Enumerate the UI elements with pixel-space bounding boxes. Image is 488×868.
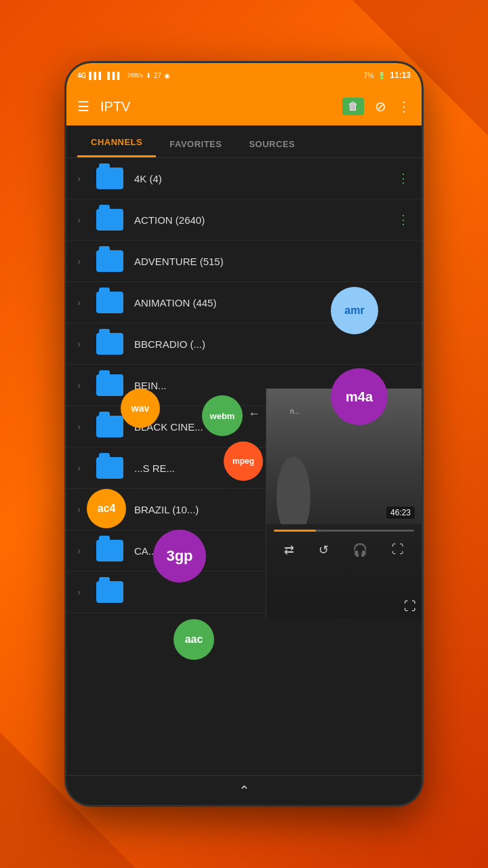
video-overlay-panel: 46:23 ⇄ ↺ 🎧 ⛶ ⛶ (266, 389, 422, 619)
chevron-icon: › (77, 297, 85, 308)
arrow-indicator: ← (248, 407, 260, 421)
badge-webm: webm (202, 395, 243, 436)
tab-bar: CHANNELS FAVORITES SOURCES (66, 125, 422, 158)
phone-container: 4G ▌▌▌ ▌▌▌ 26B/s ⬇ 27 ◉ 7% 🔋 11:13 ☰ IPT… (64, 61, 424, 807)
download-icon: ⬇ (146, 72, 151, 79)
badge-mpeg: mpeg (224, 441, 263, 481)
folder-icon (96, 416, 123, 437)
chevron-icon: › (77, 587, 85, 597)
list-item[interactable]: › ACTION (2640) ⋮ (66, 199, 422, 241)
battery-icon: 🔋 (378, 72, 386, 79)
badge-aac: aac (174, 619, 214, 660)
app-bar: ☰ IPTV 🗑 ⊘ ⋮ (66, 87, 422, 125)
status-bar: 4G ▌▌▌ ▌▌▌ 26B/s ⬇ 27 ◉ 7% 🔋 11:13 (66, 63, 422, 87)
folder-icon (96, 457, 123, 479)
folder-icon (96, 540, 123, 561)
chevron-icon: › (77, 421, 85, 432)
chevron-icon: › (77, 173, 85, 184)
chevron-icon: › (77, 504, 85, 515)
badge-3gp: 3gp (153, 530, 206, 583)
badge-amr: amr (331, 287, 378, 334)
status-left: 4G ▌▌▌ ▌▌▌ 26B/s ⬇ 27 ◉ (77, 72, 170, 79)
shuffle-icon[interactable]: ⇄ (284, 542, 294, 557)
list-item[interactable]: › ADVENTURE (515) (66, 241, 422, 282)
fullscreen-icon[interactable]: ⛶ (392, 542, 404, 557)
chevron-icon: › (77, 462, 85, 473)
hide-icon[interactable]: ⊘ (375, 98, 386, 115)
tab-channels[interactable]: CHANNELS (77, 129, 156, 157)
badge-ac4: ac4 (87, 489, 126, 528)
video-timestamp: 46:23 (386, 507, 415, 519)
bottom-bar: ⌃ (66, 775, 422, 805)
time-display: 11:13 (390, 71, 411, 80)
folder-icon (96, 250, 123, 272)
network-type: 4G (77, 72, 86, 79)
more-icon[interactable]: ⋮ (397, 172, 411, 184)
channel-name: 4K (4) (134, 173, 386, 184)
list-item[interactable]: › 4K (4) ⋮ (66, 158, 422, 199)
channel-name: ADVENTURE (515) (134, 256, 411, 267)
headphone-icon[interactable]: 🎧 (352, 542, 367, 557)
channel-name: BBCRADIO (...) (134, 338, 411, 350)
channel-name: ACTION (2640) (134, 214, 386, 226)
folder-icon (96, 209, 123, 231)
status-right: 7% 🔋 11:13 (364, 71, 411, 80)
video-progress-fill (274, 530, 316, 532)
video-progress-bar[interactable] (274, 530, 413, 532)
download-count: 27 (154, 72, 161, 79)
collapse-icon[interactable]: ⌃ (239, 783, 250, 799)
loop-icon[interactable]: ↺ (319, 542, 329, 557)
menu-icon[interactable]: ☰ (77, 98, 89, 115)
folder-icon (96, 581, 123, 603)
folder-icon (96, 333, 123, 355)
folder-icon (96, 292, 123, 313)
toolbar-icons: 🗑 ⊘ ⋮ (342, 98, 411, 115)
folder-icon (96, 167, 123, 189)
badge-wav: wav (121, 389, 160, 428)
chevron-icon: › (77, 545, 85, 556)
video-controls: ⇄ ↺ 🎧 ⛶ (266, 537, 422, 563)
data-speed: 26B/s (127, 72, 143, 79)
signal-icon2: ▌▌▌ (108, 72, 122, 79)
delete-icon[interactable]: 🗑 (342, 98, 364, 115)
chevron-icon: › (77, 338, 85, 349)
battery-level: 7% (364, 72, 373, 79)
signal-icon: ▌▌▌ (89, 72, 103, 79)
chevron-icon: › (77, 214, 85, 225)
expand-icon[interactable]: ⛶ (404, 599, 416, 614)
download-option-text: n... (290, 408, 300, 415)
more-icon[interactable]: ⋮ (397, 214, 411, 226)
folder-icon (96, 374, 123, 396)
badge-m4a: m4a (331, 368, 388, 425)
tab-sources[interactable]: SOURCES (235, 131, 308, 157)
chevron-icon: › (77, 380, 85, 391)
chevron-icon: › (77, 256, 85, 267)
more-options-icon[interactable]: ⋮ (397, 98, 411, 115)
tab-favorites[interactable]: FAVORITES (156, 131, 235, 157)
circle-icon: ◉ (164, 72, 170, 79)
app-title: IPTV (100, 99, 331, 115)
